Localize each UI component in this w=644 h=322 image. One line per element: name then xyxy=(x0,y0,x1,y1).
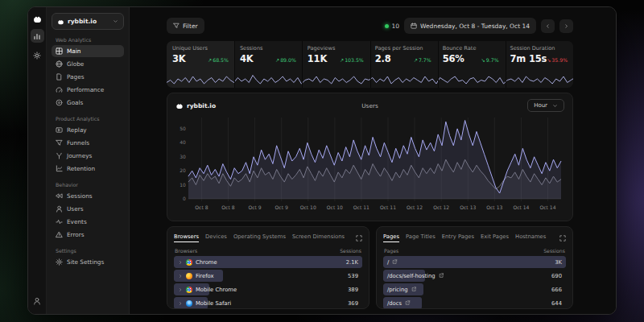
gear-icon xyxy=(33,52,41,60)
live-count: 10 xyxy=(391,23,399,30)
sidebar-item-errors[interactable]: Errors xyxy=(52,229,124,241)
stat-label: Sessions xyxy=(240,45,296,52)
previous-period-button[interactable] xyxy=(541,19,555,33)
date-range-button[interactable]: Wednesday, Oct 8 - Tuesday, Oct 14 xyxy=(404,18,536,34)
bar-chart-icon xyxy=(33,32,41,40)
tab-browsers[interactable]: Browsers xyxy=(174,233,199,242)
row-label: /docs xyxy=(387,300,402,307)
chevron-right-icon xyxy=(178,287,183,292)
panel-tabs: BrowsersDevicesOperating SystemsScreen D… xyxy=(174,232,362,244)
chart-header: rybbit.io Users Hour xyxy=(175,99,564,112)
table-row[interactable]: /pricing666 xyxy=(383,283,566,295)
chevron-right-icon xyxy=(178,260,183,265)
chevron-down-icon xyxy=(113,19,118,24)
sidebar-item-journeys[interactable]: Journeys xyxy=(52,150,124,162)
stat-card-pageviews[interactable]: Pageviews11K↗103.5% xyxy=(302,41,369,88)
tab-entry-pages[interactable]: Entry Pages xyxy=(442,233,474,242)
external-link-icon[interactable] xyxy=(392,259,398,265)
sidebar-item-globe[interactable]: Globe xyxy=(52,58,124,70)
tab-devices[interactable]: Devices xyxy=(205,233,227,242)
stat-divider xyxy=(302,41,303,88)
sidebar-item-performance[interactable]: Performance xyxy=(52,84,124,96)
sidebar-item-retention[interactable]: Retention xyxy=(52,163,124,175)
gauge-icon xyxy=(56,86,63,93)
tab-hostnames[interactable]: Hostnames xyxy=(515,233,546,242)
sidebar-item-label: Retention xyxy=(67,165,95,172)
site-selector[interactable]: rybbit.io xyxy=(52,13,124,30)
column-label-sessions: Sessions xyxy=(543,248,565,254)
main-chart-card: rybbit.io Users Hour Oct 8Oct 8Oct 9Oct … xyxy=(167,93,573,221)
stat-label: Pages per Session xyxy=(375,45,431,52)
sidebar-item-funnels[interactable]: Funnels xyxy=(52,137,124,149)
table-rows: Chrome2.1KFirefox539Mobile Chrome389Mobi… xyxy=(174,256,362,309)
tab-page-titles[interactable]: Page Titles xyxy=(406,233,436,242)
trend-up-icon: ↗ xyxy=(414,57,418,63)
topbar-right: 10 Wednesday, Oct 8 - Tuesday, Oct 14 xyxy=(385,18,573,34)
rybbit-logo-icon xyxy=(57,19,64,25)
interval-value: Hour xyxy=(534,102,547,109)
file-icon xyxy=(56,73,63,80)
stat-value: 56% xyxy=(443,53,464,64)
sidebar-section-label: Behavior xyxy=(56,182,124,188)
interval-select[interactable]: Hour xyxy=(527,99,564,112)
breakdown-panels: BrowsersDevicesOperating SystemsScreen D… xyxy=(167,226,573,309)
stat-delta: ↗89.0% xyxy=(275,57,296,63)
tab-operating-systems[interactable]: Operating Systems xyxy=(233,233,286,242)
rail-item-analytics[interactable] xyxy=(31,29,44,43)
stat-delta: ↗103.5% xyxy=(340,57,364,63)
external-link-icon[interactable] xyxy=(405,300,411,306)
sidebar-item-users[interactable]: Users xyxy=(52,203,124,215)
svg-text:Oct 11: Oct 11 xyxy=(353,204,369,210)
rail-item-account[interactable] xyxy=(31,294,44,308)
svg-text:Oct 12: Oct 12 xyxy=(407,204,423,210)
sidebar-item-site-settings[interactable]: Site Settings xyxy=(52,256,124,268)
svg-text:Oct 11: Oct 11 xyxy=(380,204,396,210)
table-row[interactable]: Firefox539 xyxy=(174,270,362,282)
tab-exit-pages[interactable]: Exit Pages xyxy=(481,233,509,242)
table-row[interactable]: Chrome2.1K xyxy=(174,256,362,268)
stat-card-unique-users[interactable]: Unique Users3K↗68.5% xyxy=(167,41,234,88)
external-link-icon[interactable] xyxy=(411,287,417,292)
next-period-button[interactable] xyxy=(559,19,573,33)
table-row[interactable]: /docs/self-hosting690 xyxy=(383,270,566,282)
stat-divider xyxy=(234,41,235,88)
table-row[interactable]: /3K xyxy=(383,256,566,268)
stat-value: 7m 15s xyxy=(510,53,547,64)
table-header: BrowsersSessions xyxy=(175,248,361,254)
sidebar-item-goals[interactable]: Goals xyxy=(52,97,124,109)
expand-icon[interactable] xyxy=(356,235,362,242)
table-row[interactable]: Mobile Chrome389 xyxy=(174,283,362,295)
sidebar-item-events[interactable]: Events xyxy=(52,216,124,228)
row-value: 644 xyxy=(551,300,562,307)
table-row[interactable]: Mobile Safari369 xyxy=(174,297,362,309)
rail-item-settings[interactable] xyxy=(31,48,44,62)
sidebar-item-sessions[interactable]: Sessions xyxy=(52,190,124,202)
table-row[interactable]: /docs644 xyxy=(383,297,566,309)
sidebar-item-main[interactable]: Main xyxy=(52,45,124,57)
sidebar-item-replay[interactable]: Replay xyxy=(52,124,124,136)
sidebar-item-pages[interactable]: Pages xyxy=(52,71,124,83)
live-visitors[interactable]: 10 xyxy=(385,23,399,30)
stat-value: 2.8 xyxy=(375,53,391,64)
tab-pages[interactable]: Pages xyxy=(383,233,399,242)
stat-card-pages-per-session[interactable]: Pages per Session2.8↗7.7% xyxy=(369,41,437,88)
stat-label: Session Duration xyxy=(510,45,568,52)
users-line-chart: Oct 8Oct 8Oct 9Oct 9Oct 10Oct 10Oct 11Oc… xyxy=(175,114,564,217)
filter-button[interactable]: Filter xyxy=(167,18,204,34)
external-link-icon[interactable] xyxy=(439,273,444,279)
sidebar-item-label: Journeys xyxy=(67,152,92,159)
row-value: 369 xyxy=(348,300,358,307)
svg-text:Oct 9: Oct 9 xyxy=(275,204,288,210)
stat-card-bounce-rate[interactable]: Bounce Rate56%↘9.7% xyxy=(437,41,505,88)
sidebar-item-label: Site Settings xyxy=(67,258,104,266)
row-value: 2.1K xyxy=(346,259,358,266)
stat-card-session-duration[interactable]: Session Duration7m 15s↘35.9% xyxy=(505,41,573,88)
sidebar-section-label: Web Analytics xyxy=(56,37,124,43)
row-value: 3K xyxy=(555,259,562,266)
rewind-icon xyxy=(56,192,63,200)
sidebar-item-label: Errors xyxy=(67,231,85,238)
rybbit-logo-icon xyxy=(175,102,184,109)
expand-icon[interactable] xyxy=(559,235,566,242)
stat-card-sessions[interactable]: Sessions4K↗89.0% xyxy=(234,41,302,88)
tab-screen-dimensions[interactable]: Screen Dimensions xyxy=(292,233,345,242)
